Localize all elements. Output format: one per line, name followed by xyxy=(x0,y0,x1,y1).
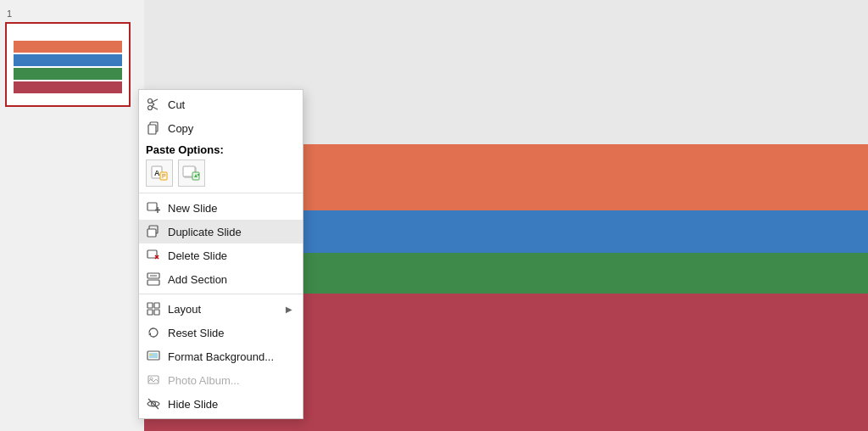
paste-keep-source-button[interactable]: A P xyxy=(146,160,173,187)
context-menu: Cut Copy Paste Options: A P xyxy=(138,89,303,419)
menu-item-format-background[interactable]: Format Background... xyxy=(139,344,303,368)
svg-point-35 xyxy=(150,354,152,355)
menu-item-delete-slide[interactable]: Delete Slide xyxy=(139,243,303,267)
svg-line-39 xyxy=(148,399,159,409)
thumb-stripe-3 xyxy=(14,68,122,80)
hide-slide-icon xyxy=(146,396,161,411)
menu-item-layout[interactable]: Layout ▶ xyxy=(139,297,303,321)
thumb-stripe-1 xyxy=(14,41,122,53)
reset-slide-label: Reset Slide xyxy=(168,327,292,339)
copy-icon xyxy=(146,120,161,136)
svg-rect-7 xyxy=(148,125,156,134)
menu-item-cut[interactable]: Cut xyxy=(139,92,303,116)
duplicate-slide-icon xyxy=(146,224,161,239)
svg-point-1 xyxy=(148,106,153,110)
svg-rect-29 xyxy=(154,303,159,308)
svg-marker-32 xyxy=(148,333,151,336)
svg-line-5 xyxy=(153,104,155,106)
separator-1 xyxy=(139,193,303,193)
paste-options-label: Paste Options: xyxy=(146,143,296,156)
svg-rect-22 xyxy=(147,250,157,258)
reset-slide-icon xyxy=(146,325,161,340)
hide-slide-label: Hide Slide xyxy=(168,398,292,411)
copy-label: Copy xyxy=(168,122,292,135)
delete-slide-label: Delete Slide xyxy=(168,249,292,262)
paste-picture-button[interactable] xyxy=(178,160,205,187)
svg-rect-17 xyxy=(147,203,157,210)
scissors-icon xyxy=(146,97,161,112)
svg-rect-21 xyxy=(147,229,156,237)
menu-item-new-slide[interactable]: New Slide xyxy=(139,196,303,220)
photo-album-label: Photo Album... xyxy=(168,374,292,387)
svg-rect-26 xyxy=(147,280,159,285)
svg-rect-28 xyxy=(147,303,153,308)
svg-point-0 xyxy=(148,99,153,104)
menu-item-hide-slide[interactable]: Hide Slide xyxy=(139,392,303,416)
slide-number: 1 xyxy=(5,8,139,19)
menu-item-add-section[interactable]: Add Section xyxy=(139,267,303,291)
layout-submenu-arrow: ▶ xyxy=(286,305,292,314)
photo-album-icon xyxy=(146,372,161,388)
svg-rect-30 xyxy=(147,310,153,315)
format-background-label: Format Background... xyxy=(168,350,292,363)
svg-text:A: A xyxy=(154,169,160,177)
menu-item-reset-slide[interactable]: Reset Slide xyxy=(139,321,303,344)
thumb-stripe-2 xyxy=(14,54,122,66)
new-slide-label: New Slide xyxy=(168,202,292,215)
format-background-icon xyxy=(146,349,161,364)
add-section-label: Add Section xyxy=(168,273,292,286)
slide-panel: 1 xyxy=(0,0,144,431)
svg-point-16 xyxy=(198,174,199,176)
thumb-stripe-4 xyxy=(14,81,122,93)
layout-label: Layout xyxy=(168,303,279,316)
slide-thumbnail[interactable] xyxy=(5,22,131,107)
menu-item-copy[interactable]: Copy xyxy=(139,116,303,140)
duplicate-slide-label: Duplicate Slide xyxy=(168,226,292,238)
layout-icon xyxy=(146,301,161,316)
new-slide-icon xyxy=(146,200,161,216)
svg-rect-31 xyxy=(154,310,159,315)
separator-2 xyxy=(139,294,303,294)
menu-item-photo-album: Photo Album... xyxy=(139,368,303,392)
svg-text:P: P xyxy=(162,173,166,179)
delete-slide-icon xyxy=(146,248,161,263)
menu-item-duplicate-slide[interactable]: Duplicate Slide xyxy=(139,220,303,243)
paste-options-section: Paste Options: A P xyxy=(139,140,303,190)
paste-icons-row: A P xyxy=(146,160,296,187)
add-section-icon xyxy=(146,271,161,287)
cut-label: Cut xyxy=(168,98,292,111)
